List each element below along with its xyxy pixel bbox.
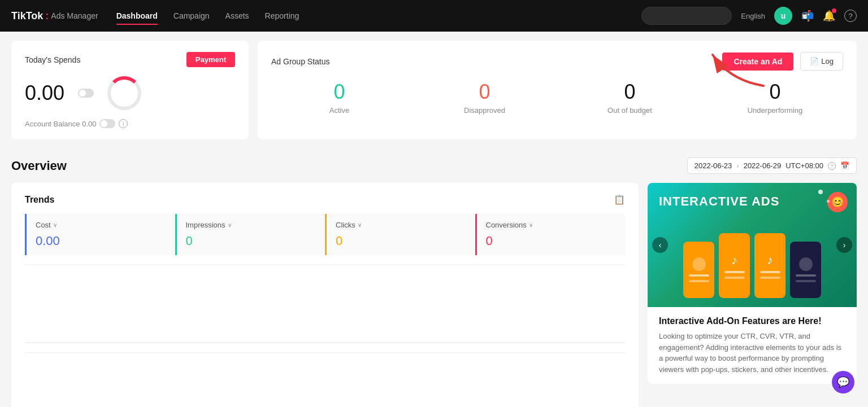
notification-badge — [832, 8, 836, 13]
account-balance-label: Account Balance 0.00 — [25, 120, 96, 128]
overview-title: Overview — [11, 159, 67, 173]
cost-value: 0.00 — [36, 234, 166, 248]
impressions-value: 0 — [186, 234, 316, 248]
cost-chevron-icon: ∨ — [53, 222, 57, 228]
navbar-right: English u 📬 🔔 ? — [641, 7, 857, 25]
top-row: Today's Spends Payment 0.00 Account Bala… — [0, 32, 868, 148]
impressions-label-text: Impressions — [186, 221, 225, 229]
impressions-label[interactable]: Impressions ∨ — [186, 221, 316, 229]
todays-spends-title: Today's Spends — [25, 55, 80, 64]
ad-group-status-card: Ad Group Status Create an Ad 📄 Log — [258, 41, 857, 139]
conversions-label[interactable]: Conversions ∨ — [486, 221, 617, 229]
main-content: Today's Spends Payment 0.00 Account Bala… — [0, 32, 868, 407]
promo-card-title: Interactive Add-On Features are Here! — [659, 316, 845, 326]
clicks-value: 0 — [336, 234, 466, 248]
metric-impressions: Impressions ∨ 0 — [175, 214, 326, 255]
header-actions: Create an Ad 📄 Log — [722, 52, 843, 71]
conversions-chevron-icon: ∨ — [529, 222, 533, 228]
promo-image: ‹ › INTERACTIVE ADS ♪ — [648, 183, 857, 307]
timezone-info-icon[interactable]: ? — [828, 162, 836, 170]
phone-card-1 — [683, 242, 714, 298]
log-icon: 📄 — [810, 57, 819, 65]
logo-sub-text: Ads Manager — [51, 11, 98, 20]
overview-header: Overview 2022-06-23 › 2022-06-29 UTC+08:… — [11, 157, 857, 174]
chat-bubble-button[interactable]: 💬 — [832, 371, 854, 393]
impressions-chevron-icon: ∨ — [228, 222, 232, 228]
logo-tiktok-text: TikTok — [11, 10, 43, 22]
payment-button[interactable]: Payment — [186, 52, 235, 67]
phone-card-2: ♪ — [719, 233, 750, 298]
todays-spends-card: Today's Spends Payment 0.00 Account Bala… — [11, 41, 249, 139]
promo-banner-title: INTERACTIVE ADS — [659, 194, 779, 209]
todays-spends-header: Today's Spends Payment — [25, 52, 235, 67]
clicks-chevron-icon: ∨ — [358, 222, 362, 228]
conversions-label-text: Conversions — [486, 221, 527, 229]
date-end: 2022-06-29 — [744, 161, 782, 170]
chart-line — [25, 342, 625, 343]
avatar[interactable]: u — [774, 7, 792, 25]
cost-label-text: Cost — [36, 221, 51, 229]
conversions-value: 0 — [486, 234, 617, 248]
account-balance: Account Balance 0.00 i — [25, 119, 235, 128]
status-underperforming: 0 Underperforming — [707, 80, 843, 115]
disapproved-label: Disapproved — [416, 106, 553, 115]
metric-cost: Cost ∨ 0.00 — [25, 214, 175, 255]
phone-card-3: ♪ — [754, 233, 785, 298]
logo: TikTok: Ads Manager — [11, 10, 98, 22]
mail-icon-wrapper: 📬 — [801, 10, 814, 22]
sparkle-1 — [818, 190, 823, 194]
trends-header: Trends 📋 — [25, 194, 625, 205]
phone-card-4 — [790, 242, 821, 298]
metric-clicks: Clicks ∨ 0 — [325, 214, 475, 255]
nav-assets[interactable]: Assets — [225, 9, 249, 23]
nav-dashboard[interactable]: Dashboard — [116, 9, 158, 23]
trends-metrics: Cost ∨ 0.00 Impressions ∨ 0 — [25, 214, 625, 255]
calendar-icon[interactable]: 📅 — [840, 161, 849, 170]
clicks-label[interactable]: Clicks ∨ — [336, 221, 466, 229]
active-label: Active — [271, 106, 407, 115]
promo-phone-cards: ♪ ♪ — [683, 233, 821, 298]
nav-campaign[interactable]: Campaign — [173, 9, 210, 23]
language-selector[interactable]: English — [741, 12, 765, 20]
promo-body: Interactive Add-On Features are Here! Lo… — [648, 307, 857, 384]
mail-icon[interactable]: 📬 — [801, 10, 814, 22]
export-icon[interactable]: 📋 — [614, 194, 625, 205]
promo-card-desc: Looking to optimize your CTR, CVR, VTR, … — [659, 331, 845, 375]
promo-avatar: 😊 — [827, 192, 848, 212]
cost-label[interactable]: Cost ∨ — [36, 221, 166, 229]
status-disapproved: 0 Disapproved — [416, 80, 553, 115]
ad-group-status-title: Ad Group Status — [271, 57, 330, 66]
status-out-of-budget: 0 Out of budget — [562, 80, 698, 115]
budget-count: 0 — [562, 80, 698, 104]
spends-amount: 0.00 — [25, 81, 64, 105]
ad-group-header: Ad Group Status Create an Ad 📄 Log — [271, 52, 843, 71]
spends-body: 0.00 — [25, 76, 235, 110]
spends-toggle[interactable] — [78, 89, 94, 98]
date-start: 2022-06-23 — [695, 161, 732, 170]
log-button[interactable]: 📄 Log — [800, 52, 843, 71]
promo-card: ‹ › INTERACTIVE ADS ♪ — [648, 183, 857, 384]
bell-icon-wrapper: 🔔 — [823, 10, 835, 22]
right-panel: ‹ › INTERACTIVE ADS ♪ — [648, 183, 857, 407]
nav-links: Dashboard Campaign Assets Reporting — [116, 9, 624, 23]
carousel-prev-button[interactable]: ‹ — [652, 237, 668, 253]
active-count: 0 — [271, 80, 407, 104]
search-input[interactable] — [641, 7, 732, 25]
create-ad-button[interactable]: Create an Ad — [722, 52, 793, 71]
timezone: UTC+08:00 — [785, 161, 823, 170]
status-active: 0 Active — [271, 80, 407, 115]
metric-conversions: Conversions ∨ 0 — [475, 214, 626, 255]
nav-reporting[interactable]: Reporting — [265, 9, 300, 23]
carousel-next-button[interactable]: › — [836, 237, 852, 253]
trends-title: Trends — [25, 195, 54, 205]
trend-chart-area — [25, 264, 625, 343]
under-label: Underperforming — [707, 106, 843, 115]
balance-toggle[interactable] — [99, 119, 115, 128]
clicks-label-text: Clicks — [336, 221, 355, 229]
help-icon[interactable]: ? — [844, 10, 857, 22]
chart-empty-area — [25, 353, 625, 398]
date-separator: › — [736, 161, 739, 170]
status-grid: 0 Active 0 Disapproved 0 Out of budget 0… — [271, 80, 843, 115]
info-icon[interactable]: i — [119, 119, 128, 128]
date-range-picker[interactable]: 2022-06-23 › 2022-06-29 UTC+08:00 ? 📅 — [687, 157, 857, 174]
